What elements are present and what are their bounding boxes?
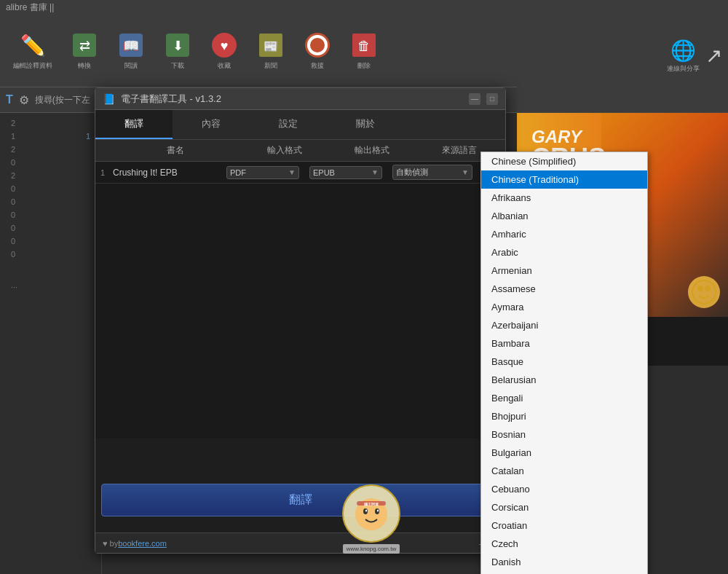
sidebar-row: 2 — [4, 169, 98, 182]
input-format-value: PDF — [230, 168, 246, 177]
row-bookname: Crushing It! EPB — [110, 168, 226, 178]
toolbar-delete-label: 刪除 — [357, 61, 371, 71]
toolbar-edit-metadata[interactable]: ✏️ 編輯詮釋資料 — [7, 28, 58, 74]
lang-afrikaans[interactable]: Afrikaans — [481, 189, 647, 207]
source-lang-value: 自動偵測 — [396, 167, 428, 178]
source-lang-select[interactable]: 自動偵測 ▼ — [392, 165, 472, 180]
lang-chinese-simplified[interactable]: Chinese (Simplified) — [481, 152, 647, 170]
dialog-footer: ♥ by bookfere.com — □ — [95, 532, 505, 553]
lang-arabic[interactable]: Arabic — [481, 243, 647, 262]
lang-danish[interactable]: Danish — [481, 553, 647, 571]
sidebar-row: 0 — [4, 235, 98, 248]
tab-settings[interactable]: 設定 — [250, 110, 327, 139]
sidebar-row: 0 — [4, 195, 98, 208]
lang-chinese-traditional[interactable]: Chinese (Traditional) — [481, 170, 647, 189]
share-btn[interactable]: ↗ — [705, 44, 722, 69]
toolbar-delete[interactable]: 🗑 刪除 — [344, 28, 384, 74]
input-format-select[interactable]: PDF ▼ — [226, 166, 299, 179]
svg-text:⬇: ⬇ — [173, 39, 183, 53]
lang-catalan[interactable]: Catalan — [481, 462, 647, 480]
svg-point-21 — [375, 508, 379, 514]
right-panel-toolbar: 🌐 連線與分享 ↗ — [517, 0, 728, 113]
lang-cebuano[interactable]: Cebuano — [481, 480, 647, 498]
edit-metadata-icon: ✏️ — [18, 31, 47, 60]
dialog-tabs: 翻譯 內容 設定 關於 — [95, 110, 505, 140]
read-icon: 📖 — [116, 31, 146, 60]
search-label: 搜尋(按一下左 — [35, 94, 90, 106]
toolbar-download-label: 下載 — [171, 61, 184, 71]
toolbar-read[interactable]: 📖 閱讀 — [111, 28, 151, 74]
news-icon: 📰 — [256, 31, 285, 60]
svg-text:📖: 📖 — [123, 38, 140, 54]
dialog-titlebar: 📘 電子書翻譯工具 - v1.3.2 — □ — [95, 88, 505, 110]
lang-amharic[interactable]: Amharic — [481, 225, 647, 243]
lang-aymara[interactable]: Aymara — [481, 298, 647, 316]
sidebar-row: 0 — [4, 248, 98, 261]
sidebar-row: 0 — [4, 208, 98, 221]
lang-bhojpuri[interactable]: Bhojpuri — [481, 407, 647, 425]
svg-point-23 — [377, 509, 379, 511]
table-row: 1 Crushing It! EPB PDF ▼ EPUB ▼ 自動偵測 ▼ — [95, 162, 505, 184]
lang-dhivehi[interactable]: Dhivehi — [481, 571, 647, 574]
sidebar-row: ··· — [4, 261, 98, 294]
t-icon: T — [6, 93, 13, 106]
tab-content[interactable]: 內容 — [173, 110, 250, 139]
watermark-url: www.knopg.com.tw — [343, 544, 400, 554]
footer-link[interactable]: bookfere.com — [118, 539, 167, 548]
lang-bengali[interactable]: Bengali — [481, 389, 647, 407]
toolbar-news[interactable]: 📰 新聞 — [250, 28, 291, 74]
svg-point-20 — [363, 508, 368, 514]
dialog-minimize[interactable]: — — [469, 93, 480, 105]
dialog-title: 電子書翻譯工具 - v1.3.2 — [121, 93, 463, 106]
toolbar-rescue[interactable]: 救援 — [297, 28, 338, 74]
lang-bambara[interactable]: Bambara — [481, 334, 647, 353]
language-dropdown: Chinese (Simplified) Chinese (Traditiona… — [480, 152, 648, 574]
tab-translate[interactable]: 翻譯 — [95, 110, 173, 139]
row-number: 1 — [95, 168, 110, 177]
watermark-icon: 腦王阿達 — [349, 494, 393, 534]
translate-button[interactable]: 翻譯 — [101, 484, 499, 516]
toolbar-rescue-label: 救援 — [311, 61, 324, 71]
lang-bosnian[interactable]: Bosnian — [481, 425, 647, 444]
dialog-title-icon: 📘 — [103, 93, 115, 105]
toolbar-convert-label: 轉換 — [78, 61, 91, 71]
lang-belarusian[interactable]: Belarusian — [481, 371, 647, 389]
toolbar-convert[interactable]: ⇄ 轉換 — [64, 28, 105, 74]
lang-azerbaijani[interactable]: Azerbaijani — [481, 316, 647, 334]
watermark-badge: 腦王阿達 — [342, 484, 400, 543]
ebook-translator-dialog: 📘 電子書翻譯工具 - v1.3.2 — □ 翻譯 內容 設定 關於 書名 輸入… — [95, 87, 506, 554]
svg-point-17 — [697, 286, 703, 291]
connect-share-btn[interactable]: 🌐 連線與分享 — [667, 39, 700, 74]
lang-corsican[interactable]: Corsican — [481, 498, 647, 516]
toolbar-download[interactable]: ⬇ 下載 — [157, 28, 198, 74]
toolbar-favorite[interactable]: ♥ 收藏 — [204, 28, 245, 74]
translate-label: 翻譯 — [289, 492, 312, 508]
output-format-select[interactable]: EPUB ▼ — [309, 166, 382, 179]
tab-about[interactable]: 關於 — [327, 110, 404, 139]
svg-point-22 — [365, 509, 367, 511]
header-bookname: 書名 — [110, 144, 241, 157]
toolbar-favorite-label: 收藏 — [218, 61, 231, 71]
gear-icon[interactable]: ⚙ — [19, 93, 29, 107]
dialog-maximize[interactable]: □ — [486, 93, 498, 105]
svg-text:⇄: ⇄ — [79, 39, 90, 53]
lang-albanian[interactable]: Albanian — [481, 207, 647, 225]
input-format-arrow: ▼ — [288, 168, 296, 176]
download-icon: ⬇ — [163, 31, 192, 60]
lang-czech[interactable]: Czech — [481, 535, 647, 553]
sidebar-numbers: 2 11 2 0 2 0 0 0 0 0 0 ··· — [0, 113, 101, 297]
watermark-area: 腦王阿達 www.knopg.com.tw — [342, 484, 400, 554]
sidebar-row: 0 — [4, 156, 98, 169]
source-lang-arrow: ▼ — [462, 168, 469, 176]
svg-text:♥: ♥ — [221, 39, 229, 53]
lang-croatian[interactable]: Croatian — [481, 516, 647, 535]
lang-assamese[interactable]: Assamese — [481, 280, 647, 298]
svg-text:📰: 📰 — [264, 39, 278, 53]
lang-basque[interactable]: Basque — [481, 353, 647, 371]
delete-icon: 🗑 — [349, 31, 379, 60]
rescue-icon — [303, 31, 332, 60]
toolbar-read-label: 閱讀 — [124, 61, 138, 71]
lang-armenian[interactable]: Armenian — [481, 262, 647, 280]
svg-text:腦王阿達: 腦王阿達 — [363, 502, 379, 506]
lang-bulgarian[interactable]: Bulgarian — [481, 444, 647, 462]
